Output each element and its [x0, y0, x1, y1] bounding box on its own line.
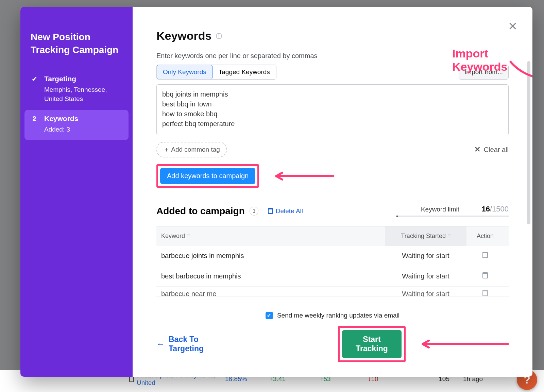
col-action: Action	[466, 233, 504, 240]
keywords-table: Keyword≡ Tracking Started≡ Action barbec…	[156, 226, 509, 297]
step-number: 2	[31, 115, 38, 123]
hint-text: Enter keywords one per line or separated…	[156, 52, 509, 60]
cell-status: Waiting for start	[385, 272, 466, 280]
clear-all-label: Clear all	[484, 146, 509, 154]
back-label: Back To Targeting	[169, 335, 224, 353]
annotation-arrow-start	[416, 339, 509, 349]
limit-max: /1500	[490, 205, 509, 213]
trash-icon	[482, 252, 488, 258]
keywords-textarea[interactable]	[156, 84, 509, 135]
page-title: Keywords	[156, 29, 212, 42]
annotation-arrow-add	[269, 171, 334, 181]
row-delete-button[interactable]	[466, 272, 504, 280]
added-heading: Added to campaign	[156, 206, 245, 217]
modal-main: ✕ Import Keywords Keywords i Enter keywo…	[133, 7, 532, 377]
back-to-targeting-link[interactable]: ← Back To Targeting	[156, 335, 224, 353]
row-delete-button[interactable]	[466, 290, 504, 297]
keyword-mode-toggle: Only Keywords Tagged Keywords	[156, 65, 276, 80]
close-icon: ✕	[474, 145, 480, 154]
trash-icon	[268, 208, 273, 214]
trash-icon	[482, 272, 488, 278]
cell-status: Waiting for start	[385, 290, 466, 297]
start-tracking-button[interactable]: Start Tracking	[342, 330, 402, 358]
cell-status: Waiting for start	[385, 252, 466, 260]
sort-icon: ≡	[448, 233, 451, 240]
limit-used: 16	[481, 205, 490, 213]
check-icon: ✔	[31, 75, 38, 83]
info-icon[interactable]: i	[216, 33, 222, 39]
modal: New Position Tracking Campaign ✔ Targeti…	[20, 7, 532, 377]
col-keyword[interactable]: Keyword≡	[161, 233, 385, 240]
device-icon	[129, 376, 134, 382]
scrollbar[interactable]	[527, 61, 530, 224]
limit-label: Keyword limit	[421, 206, 459, 213]
wizard-sidebar: New Position Tracking Campaign ✔ Targeti…	[20, 7, 133, 377]
col-tracking-started[interactable]: Tracking Started≡	[385, 226, 466, 246]
sidebar-step-keywords[interactable]: 2 Keywords Added: 3	[24, 110, 129, 140]
table-row: barbecue joints in memphis Waiting for s…	[156, 246, 509, 266]
weekly-label: Send me weekly ranking updates via email	[277, 312, 400, 319]
sidebar-step-sub: Memphis, Tennessee, United States	[44, 85, 122, 104]
added-count-badge: 3	[250, 207, 258, 216]
delete-all-button[interactable]: Delete All	[268, 207, 303, 215]
tab-only-keywords[interactable]: Only Keywords	[157, 65, 213, 79]
tab-tagged-keywords[interactable]: Tagged Keywords	[213, 65, 276, 79]
sidebar-step-targeting[interactable]: ✔ Targeting Memphis, Tennessee, United S…	[20, 70, 133, 110]
limit-progress-bar	[396, 216, 509, 217]
sidebar-step-sub: Added: 3	[44, 125, 122, 134]
import-from-button[interactable]: Import from...	[459, 65, 509, 80]
table-row: barbecue near me Waiting for start	[156, 287, 509, 297]
cell-keyword: barbecue joints in memphis	[161, 252, 385, 260]
weekly-checkbox-row[interactable]: ✔ Send me weekly ranking updates via ema…	[156, 312, 509, 319]
cell-keyword: barbecue near me	[161, 290, 385, 297]
trash-icon	[482, 290, 488, 296]
add-common-tag-button[interactable]: ＋ Add common tag	[156, 142, 227, 157]
sort-icon: ≡	[187, 233, 190, 240]
row-delete-button[interactable]	[466, 252, 504, 260]
annotation-highlight-start: Start Tracking	[338, 326, 406, 362]
scroll-area: Import Keywords Keywords i Enter keyword…	[133, 7, 532, 306]
keyword-limit: Keyword limit 16/1500	[396, 205, 509, 217]
add-keywords-button[interactable]: Add keywords to campaign	[160, 168, 255, 184]
annotation-highlight-add: Add keywords to campaign	[156, 164, 259, 188]
sidebar-step-label: Targeting	[44, 75, 76, 83]
cell-keyword: best barbecue in memphis	[161, 272, 385, 280]
table-row: best barbecue in memphis Waiting for sta…	[156, 266, 509, 287]
checkbox-checked-icon[interactable]: ✔	[266, 312, 273, 319]
sidebar-title: New Position Tracking Campaign	[20, 31, 133, 70]
modal-footer: ✔ Send me weekly ranking updates via ema…	[133, 306, 532, 372]
arrow-left-icon: ←	[156, 339, 165, 349]
delete-all-label: Delete All	[276, 207, 303, 215]
sidebar-step-label: Keywords	[44, 115, 78, 123]
clear-all-button[interactable]: ✕ Clear all	[474, 145, 509, 154]
table-header: Keyword≡ Tracking Started≡ Action	[156, 226, 509, 246]
